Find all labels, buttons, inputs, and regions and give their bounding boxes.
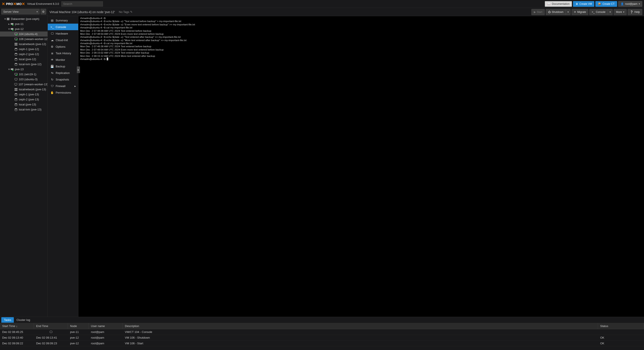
svg-rect-21: [11, 68, 13, 70]
col-end-time[interactable]: End Time: [34, 323, 68, 329]
migrate-button[interactable]: ✈Migrate: [572, 9, 588, 15]
menu-item-label: Console: [56, 25, 66, 29]
tree-item-label: local (pve-12): [19, 57, 36, 61]
tree-item[interactable]: ceph-1 (pve-13): [0, 92, 48, 97]
user-menu-button[interactable]: 👤root@pam▾: [618, 1, 642, 7]
vm-icon: [14, 73, 19, 76]
view-selector-dropdown[interactable]: Server View ▾: [1, 9, 40, 14]
console-dropdown[interactable]: ▾: [608, 9, 613, 15]
svg-rect-32: [15, 89, 16, 91]
menu-item-backup[interactable]: 💾Backup: [48, 63, 78, 70]
collapse-menu-handle[interactable]: ▶: [77, 66, 80, 73]
resource-tree-panel: Server View ▾ ⚙ ▾Datacenter (pve-ceph)▸p…: [0, 8, 48, 317]
tree-item[interactable]: ceph-2 (pve-12): [0, 52, 48, 57]
menu-item-firewall[interactable]: 🛡Firewall▸: [48, 83, 78, 89]
save-icon: 💾: [50, 65, 54, 68]
menu-item-cloud-init[interactable]: ☁Cloud-Init: [48, 37, 78, 43]
tree-item[interactable]: localnetwork (pve-12): [0, 41, 48, 47]
tree-item[interactable]: local (pve-12): [0, 57, 48, 62]
tree-item[interactable]: 103 (ubuntu-3): [0, 77, 48, 82]
tree-item[interactable]: ceph-1 (pve-12): [0, 47, 48, 52]
tree-item[interactable]: ▾Datacenter (pve-ceph): [0, 16, 48, 21]
product-title: Virtual Environment 8.3.0: [27, 2, 59, 5]
tree-item[interactable]: ▾pve-12: [0, 26, 48, 31]
tree-settings-button[interactable]: ⚙: [40, 9, 46, 14]
tree-item[interactable]: local (pve-13): [0, 102, 48, 107]
tree-item[interactable]: local-lvm (pve-13): [0, 107, 48, 112]
svg-rect-2: [7, 20, 10, 20]
svg-rect-27: [15, 80, 16, 80]
col-node[interactable]: Node: [68, 323, 89, 329]
cell-node: pve-12: [68, 336, 89, 339]
create-vm-button[interactable]: 🖥Create VM: [573, 1, 594, 7]
node-icon: [10, 68, 15, 71]
menu-item-snapshots[interactable]: ↻Snapshots: [48, 76, 78, 83]
tags-area[interactable]: No Tags✎: [119, 10, 132, 13]
more-button[interactable]: More▾: [614, 9, 627, 15]
task-row[interactable]: Dec 02 08:45:25🖵pve-11root@pamVM/CT 104 …: [0, 329, 644, 335]
cloud-icon: ☁: [50, 38, 54, 42]
tree-item[interactable]: 101 (win19-1): [0, 72, 48, 77]
menu-item-task-history[interactable]: ≣Task History: [48, 50, 78, 56]
shutdown-button[interactable]: ⏻Shutdown: [546, 9, 566, 15]
cell-end: Dec 02 09:09:23: [34, 342, 68, 345]
search-input[interactable]: [61, 1, 103, 6]
tree-item-label: pve-13: [15, 68, 24, 71]
tree-caret-icon[interactable]: ▾: [8, 27, 10, 31]
col-description[interactable]: Description: [123, 323, 598, 329]
tree-item-label: ceph-2 (pve-13): [19, 98, 39, 101]
start-button[interactable]: ▶Start: [532, 9, 545, 15]
cell-node: pve-11: [68, 330, 89, 334]
menu-item-label: Snapshots: [56, 78, 69, 81]
col-start-time[interactable]: Start Time↓: [0, 323, 34, 329]
menu-item-permissions[interactable]: ✋Permissions: [48, 89, 78, 96]
svg-point-22: [12, 70, 13, 71]
console-split-button: >_Console ▾: [589, 9, 613, 15]
task-row[interactable]: Dec 02 09:13:40Dec 02 09:13:41pve-12root…: [0, 335, 644, 341]
console-line: rhmadm@ubuntu-4:~$ echo $(date -u) "Text…: [80, 20, 642, 23]
tab-cluster-log[interactable]: Cluster log: [14, 317, 33, 323]
tree-item-label: local (pve-13): [19, 103, 36, 106]
create-ct-button[interactable]: 📦Create CT: [595, 1, 617, 7]
tree-caret-icon[interactable]: ▾: [8, 68, 10, 71]
tree-item-label: Datacenter (pve-ceph): [11, 17, 39, 20]
menu-item-summary[interactable]: ▤Summary: [48, 17, 78, 24]
tree-item[interactable]: localnetwork (pve-13): [0, 87, 48, 92]
vm-console[interactable]: rhmadm@ubuntu-4:~$rhmadm@ubuntu-4:~$ ech…: [78, 16, 644, 317]
col-status[interactable]: Status: [598, 323, 644, 329]
shutdown-dropdown[interactable]: ▾: [566, 9, 570, 15]
logo: ✕ PRO✕MO✕: [2, 1, 25, 6]
tree-item-label: ceph-2 (pve-12): [19, 52, 39, 56]
tree-item[interactable]: 107 (veeam-worker-13): [0, 82, 48, 87]
console-button[interactable]: >_Console: [589, 9, 608, 15]
menu-item-hardware[interactable]: 🖵Hardware: [48, 30, 78, 37]
tree-item-label: localnetwork (pve-12): [19, 42, 46, 46]
tree-item[interactable]: ▾pve-13: [0, 67, 48, 72]
monitor-icon: 🖵: [50, 32, 54, 35]
resource-tree[interactable]: ▾Datacenter (pve-ceph)▸pve-11▾pve-12104 …: [0, 15, 48, 317]
console-line: rhmadm@ubuntu-4:~$ echo $(date -u) "Text…: [80, 35, 642, 38]
tree-item[interactable]: ceph-2 (pve-13): [0, 97, 48, 102]
tree-item[interactable]: 106 (veeam-worker-12: [0, 36, 48, 41]
help-button[interactable]: ❔Help: [628, 9, 642, 15]
menu-item-console[interactable]: >_Console: [48, 24, 78, 30]
tree-item[interactable]: 104 (ubuntu-4): [0, 31, 48, 36]
tree-item[interactable]: local-lvm (pve-12): [0, 62, 48, 67]
tree-caret-icon[interactable]: ▸: [8, 22, 10, 26]
tree-item[interactable]: ▸pve-11: [0, 21, 48, 26]
menu-item-label: Replication: [56, 71, 70, 75]
documentation-button[interactable]: 📖Documentation: [545, 1, 572, 7]
menu-item-options[interactable]: ⚙Options: [48, 43, 78, 50]
task-row[interactable]: Dec 02 09:09:22Dec 02 09:09:23pve-12root…: [0, 341, 644, 346]
console-line: Mon Dec 2 07:48:38 AM UTC 2024 Text ente…: [80, 45, 642, 48]
menu-item-monitor[interactable]: 👁Monitor: [48, 56, 78, 63]
tab-tasks[interactable]: Tasks: [1, 317, 14, 323]
tree-caret-icon[interactable]: ▾: [4, 17, 6, 20]
task-table-header: Start Time↓ End Time Node User name Desc…: [0, 323, 644, 329]
col-user[interactable]: User name: [89, 323, 123, 329]
svg-point-4: [12, 24, 13, 25]
menu-item-replication[interactable]: ⇆Replication: [48, 70, 78, 76]
tree-item-label: pve-11: [15, 22, 24, 26]
console-line: Mon Dec 2 08:15:12 AM UTC 2024 More text…: [80, 54, 642, 57]
storage-icon: [14, 103, 19, 106]
